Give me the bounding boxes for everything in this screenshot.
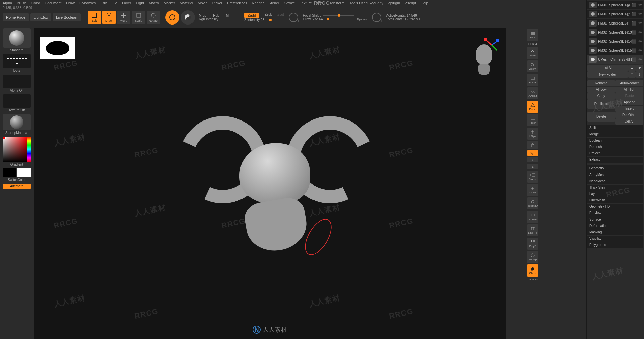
subtool-item[interactable]: PM3D_Sphere3D1_2◐⬛👁 — [587, 10, 643, 18]
subtool-item[interactable]: PM3D_Sphere3D2◐⬛👁 — [587, 19, 643, 28]
spix-label[interactable]: SPix 4 — [528, 42, 537, 46]
focal-shift-slider[interactable] — [323, 15, 354, 16]
menu-file[interactable]: File — [111, 1, 117, 5]
menu-light[interactable]: Light — [136, 1, 144, 5]
move-up-button[interactable]: ▲ — [628, 65, 636, 71]
xyz-button[interactable]: Xyz — [527, 150, 538, 156]
visibility-toggle[interactable]: 👁 — [638, 21, 642, 26]
menu-marker[interactable]: Marker — [164, 1, 175, 5]
zadd-toggle[interactable]: Zadd — [244, 13, 259, 18]
polygroups-section[interactable]: Polygroups — [587, 242, 643, 248]
boolean-section[interactable]: Boolean — [587, 138, 643, 144]
subtool-item[interactable]: PM3D_Sphere3D1_13◐⬛👁 — [587, 28, 643, 37]
visibility-toggle[interactable]: 👁 — [638, 57, 642, 62]
transp-button[interactable]: Transp — [527, 251, 538, 263]
arraymesh-section[interactable]: ArrayMesh — [587, 172, 643, 178]
nanomesh-section[interactable]: NanoMesh — [587, 178, 643, 184]
head-reference[interactable] — [472, 44, 496, 78]
zoom-button[interactable]: Zoom — [527, 60, 538, 72]
menu-texture[interactable]: Texture — [300, 1, 312, 5]
merge-section[interactable]: Merge — [587, 131, 643, 137]
copy-button[interactable]: Copy — [587, 93, 615, 99]
move-top-button[interactable]: ⤒ — [628, 71, 636, 78]
viewport[interactable]: RRCG 人人素材 RRCG 人人素材 RRCG 人人素材 RRCG 人人素材 … — [34, 28, 506, 339]
linefill-button[interactable]: Line Fill — [527, 224, 538, 236]
actual-button[interactable]: Actual — [527, 74, 538, 86]
rgb-intensity-label[interactable]: Rgb Intensity — [199, 17, 229, 21]
alpha-thumb[interactable] — [3, 75, 31, 88]
z-button[interactable]: Z — [527, 164, 538, 169]
mrgb-toggle[interactable]: Mrgb — [199, 14, 207, 17]
brush-thumb[interactable] — [3, 28, 31, 48]
persp-button[interactable]: Persp — [527, 101, 538, 113]
subtool-item[interactable]: PM3D_Sphere3D1_a◐⬛👁 — [587, 1, 643, 9]
deformation-section[interactable]: Deformation — [587, 223, 643, 229]
preview-section[interactable]: Preview — [587, 210, 643, 216]
swatch-white[interactable] — [17, 168, 31, 177]
material-thumb[interactable] — [3, 114, 31, 130]
insert-button[interactable]: Insert — [615, 106, 643, 112]
rgb-toggle[interactable]: Rgb — [213, 14, 219, 17]
focal-ring-icon[interactable]: S — [289, 13, 298, 22]
liveboolean-button[interactable]: Live Boolean — [53, 13, 81, 21]
menu-draw[interactable]: Draw — [66, 1, 75, 5]
menu-edit[interactable]: Edit — [100, 1, 107, 5]
ghost-button[interactable]: Ghost — [527, 264, 538, 277]
delete-button[interactable]: Delete — [587, 112, 615, 122]
geometryhd-section[interactable]: Geometry HD — [587, 204, 643, 210]
autoreorder-button[interactable]: AutoReorder — [615, 80, 643, 86]
paste-button[interactable]: Paste — [615, 93, 643, 99]
home-button[interactable]: Home Page — [3, 13, 29, 21]
visibility-toggle[interactable]: 👁 — [638, 30, 642, 35]
m-toggle[interactable]: M — [226, 14, 229, 17]
dynamic-ring-icon[interactable]: D — [372, 13, 381, 22]
move-mode-button[interactable]: Move — [117, 11, 130, 24]
subtool-item[interactable]: PM3D_Sphere3D1_14◐⬛👁 — [587, 37, 643, 46]
bpb-button[interactable]: BPB — [527, 29, 538, 41]
menu-preferences[interactable]: Preferences — [227, 1, 247, 5]
visibility-toggle[interactable]: 👁 — [638, 48, 642, 53]
menu-toolsused[interactable]: Tools Used Reguarly — [349, 1, 383, 5]
listall-button[interactable]: List All — [587, 65, 628, 71]
gradient-label[interactable]: Gradient — [10, 163, 23, 166]
switchcolor-label[interactable]: SwitchColor — [8, 178, 25, 182]
fibermesh-section[interactable]: FiberMesh — [587, 197, 643, 203]
polyf-button[interactable]: PolyF — [527, 238, 538, 250]
split-section[interactable]: Split — [587, 125, 643, 131]
scale-mode-button[interactable]: Scale — [132, 11, 145, 24]
rotate3d-button[interactable]: Rotate — [527, 211, 538, 223]
zoom3d-button[interactable]: Zoom3D — [527, 197, 538, 209]
thickskin-section[interactable]: Thick Skin — [587, 185, 643, 191]
z-intensity-slider[interactable]: Z Intensity 25 — [244, 18, 264, 22]
delall-button[interactable]: Del All — [615, 118, 643, 125]
masking-section[interactable]: Masking — [587, 229, 643, 235]
rename-button[interactable]: Rename — [587, 80, 615, 86]
menu-macro[interactable]: Macro — [149, 1, 159, 5]
append-button[interactable]: Append — [615, 99, 643, 105]
alllow-button[interactable]: All Low — [587, 87, 615, 93]
edit-mode-button[interactable]: Edit — [88, 11, 101, 24]
remesh-section[interactable]: Remesh — [587, 144, 643, 150]
allhigh-button[interactable]: All High — [615, 87, 643, 93]
extract-section[interactable]: Extract — [587, 157, 643, 163]
subtool-item[interactable]: UMesh_ChimeraSkull15◐⬛👁 — [587, 55, 643, 64]
menu-picker[interactable]: Picker — [212, 1, 223, 5]
floor-button[interactable]: Floor — [527, 114, 538, 126]
draw-mode-button[interactable]: Draw — [102, 11, 116, 24]
menu-stencil[interactable]: Stencil — [269, 1, 280, 5]
visibility-section[interactable]: Visibility — [587, 236, 643, 242]
menu-dynamics[interactable]: Dynamics — [79, 1, 96, 5]
lock-button[interactable] — [527, 141, 538, 149]
zintensity-track[interactable] — [266, 20, 279, 20]
delother-button[interactable]: Del Other — [615, 112, 643, 118]
duplicate-button[interactable]: Duplicate — [587, 99, 615, 109]
menu-zplugin[interactable]: Zplugin — [388, 1, 400, 5]
aahalf-button[interactable]: AAAAHalf — [527, 87, 538, 99]
rotate-mode-button[interactable]: Rotate — [147, 11, 160, 24]
visibility-toggle[interactable]: 👁 — [638, 39, 642, 44]
visibility-toggle[interactable]: 👁 — [638, 12, 642, 16]
swatch-black[interactable] — [3, 168, 16, 177]
menu-render[interactable]: Render — [252, 1, 264, 5]
texture-thumb[interactable] — [3, 94, 31, 108]
menu-color[interactable]: Color — [31, 1, 40, 5]
